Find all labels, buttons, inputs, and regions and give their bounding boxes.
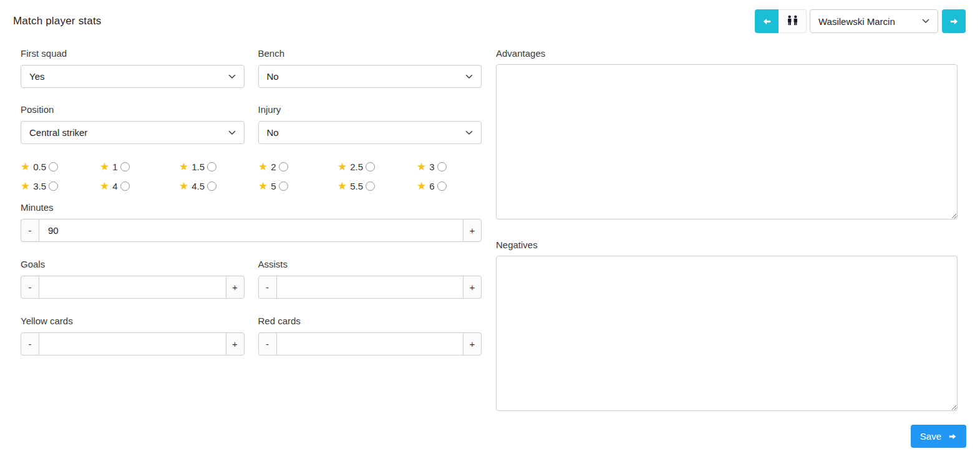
players-list-button[interactable]	[779, 9, 807, 33]
bench-label: Bench	[258, 48, 482, 59]
chevron-down-icon	[228, 130, 236, 135]
previous-player-button[interactable]	[755, 9, 779, 33]
assists-decrement-button[interactable]: -	[258, 276, 277, 299]
yellow-cards-stepper: - +	[21, 332, 245, 355]
goals-input[interactable]	[39, 276, 226, 299]
position-label: Position	[21, 104, 245, 115]
yellow-cards-decrement-button[interactable]: -	[21, 332, 39, 355]
negatives-label: Negatives	[496, 239, 958, 251]
bench-value: No	[267, 71, 279, 82]
people-icon	[785, 15, 800, 27]
rating-option-3.5[interactable]: ★ 3.5	[21, 180, 100, 192]
rating-radio[interactable]	[207, 181, 216, 191]
rating-option-3[interactable]: ★ 3	[417, 160, 496, 173]
star-icon: ★	[337, 181, 347, 191]
arrow-right-icon	[948, 432, 957, 441]
first-squad-field: First squad Yes	[21, 48, 245, 88]
rating-radio[interactable]	[49, 181, 58, 191]
star-icon: ★	[21, 162, 30, 172]
player-navigation: Wasilewski Marcin	[755, 9, 966, 33]
stats-form-column: First squad Yes Bench No	[21, 48, 482, 372]
rating-option-1.5[interactable]: ★ 1.5	[179, 160, 258, 173]
advantages-textarea[interactable]	[496, 64, 958, 220]
player-select[interactable]: Wasilewski Marcin	[810, 9, 938, 33]
page-title: Match player stats	[13, 15, 102, 27]
red-cards-increment-button[interactable]: +	[463, 332, 482, 355]
red-cards-input[interactable]	[277, 332, 463, 355]
first-squad-label: First squad	[21, 48, 245, 59]
chevron-down-icon	[465, 130, 473, 135]
star-icon: ★	[258, 181, 268, 191]
match-player-stats-page: Match player stats	[0, 0, 980, 459]
star-icon: ★	[21, 181, 30, 191]
negatives-field: Negatives	[496, 239, 958, 413]
advantages-field: Advantages	[496, 48, 958, 222]
minutes-field: Minutes - +	[21, 202, 482, 242]
rating-option-6[interactable]: ★ 6	[417, 180, 496, 192]
goals-decrement-button[interactable]: -	[21, 276, 39, 299]
rating-radio[interactable]	[207, 162, 216, 172]
rating-radio[interactable]	[279, 162, 288, 172]
save-button[interactable]: Save	[911, 425, 966, 448]
goals-increment-button[interactable]: +	[226, 276, 245, 299]
first-squad-value: Yes	[29, 71, 44, 82]
next-player-button[interactable]	[942, 9, 966, 33]
star-icon: ★	[417, 181, 426, 191]
position-field: Position Central striker	[21, 104, 245, 144]
minutes-decrement-button[interactable]: -	[21, 219, 39, 242]
rating-radio[interactable]	[366, 181, 375, 191]
yellow-cards-input[interactable]	[39, 332, 226, 355]
star-icon: ★	[417, 162, 426, 172]
chevron-down-icon	[228, 74, 236, 79]
star-icon: ★	[337, 162, 347, 172]
position-select[interactable]: Central striker	[21, 121, 245, 144]
rating-option-4[interactable]: ★ 4	[100, 180, 179, 192]
injury-select[interactable]: No	[258, 121, 482, 144]
first-squad-select[interactable]: Yes	[21, 65, 245, 88]
yellow-cards-label: Yellow cards	[21, 316, 245, 327]
position-value: Central striker	[29, 127, 87, 138]
rating-radio[interactable]	[437, 181, 447, 191]
assists-stepper: - +	[258, 276, 482, 299]
minutes-label: Minutes	[21, 202, 482, 213]
rating-option-2[interactable]: ★ 2	[258, 160, 337, 173]
star-icon: ★	[179, 181, 188, 191]
minutes-increment-button[interactable]: +	[463, 219, 482, 242]
bench-select[interactable]: No	[258, 65, 482, 88]
player-select-value: Wasilewski Marcin	[818, 16, 895, 27]
rating-option-0.5[interactable]: ★ 0.5	[21, 160, 100, 173]
injury-label: Injury	[258, 104, 482, 115]
assists-input[interactable]	[277, 276, 463, 299]
star-icon: ★	[100, 162, 109, 172]
red-cards-stepper: - +	[258, 332, 482, 355]
assists-label: Assists	[258, 259, 482, 270]
injury-value: No	[267, 127, 279, 138]
arrow-left-icon	[762, 17, 772, 26]
star-icon: ★	[100, 181, 109, 191]
rating-radio[interactable]	[366, 162, 375, 172]
assists-increment-button[interactable]: +	[463, 276, 482, 299]
red-cards-field: Red cards - +	[258, 316, 482, 372]
advantages-label: Advantages	[496, 48, 958, 59]
rating-radio[interactable]	[49, 162, 58, 172]
save-button-label: Save	[920, 431, 941, 442]
rating-radio[interactable]	[437, 162, 447, 172]
rating-option-1[interactable]: ★ 1	[100, 160, 179, 173]
minutes-stepper: - +	[21, 219, 482, 242]
rating-option-2.5[interactable]: ★ 2.5	[337, 160, 417, 173]
yellow-cards-field: Yellow cards - +	[21, 316, 245, 372]
bench-field: Bench No	[258, 48, 482, 88]
rating-option-5.5[interactable]: ★ 5.5	[337, 180, 417, 192]
negatives-textarea[interactable]	[496, 256, 958, 411]
red-cards-decrement-button[interactable]: -	[258, 332, 277, 355]
rating-radio[interactable]	[120, 181, 130, 191]
rating-radio[interactable]	[279, 181, 288, 191]
rating-option-4.5[interactable]: ★ 4.5	[179, 180, 258, 192]
goals-label: Goals	[21, 259, 245, 270]
chevron-down-icon	[465, 74, 473, 79]
yellow-cards-increment-button[interactable]: +	[226, 332, 245, 355]
rating-radio[interactable]	[120, 162, 130, 172]
minutes-input[interactable]	[39, 219, 463, 242]
notes-column: Advantages Negatives	[496, 48, 958, 431]
rating-option-5[interactable]: ★ 5	[258, 180, 337, 192]
